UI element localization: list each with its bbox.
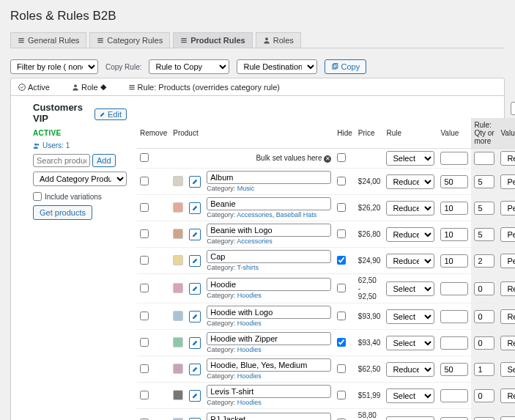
value-input[interactable] (440, 228, 468, 241)
product-name-input[interactable] (207, 224, 331, 237)
category-link[interactable]: Accessories (237, 211, 273, 218)
rule2-select[interactable]: Reduce (500, 388, 515, 403)
rule2-select[interactable]: Set fixe (500, 362, 515, 377)
rule2-select[interactable]: Reduce (500, 309, 515, 324)
remove-checkbox[interactable] (140, 203, 149, 212)
edit-product-button[interactable] (189, 283, 201, 295)
qty-input[interactable] (474, 282, 494, 295)
edit-product-button[interactable] (189, 311, 201, 323)
users-link[interactable]: Users: 1 (33, 141, 127, 150)
edit-button[interactable]: Edit (95, 108, 127, 120)
hide-checkbox[interactable] (337, 256, 346, 265)
product-name-input[interactable] (207, 250, 331, 263)
remove-checkbox[interactable] (140, 177, 149, 185)
rule2-select[interactable]: Percen (500, 174, 515, 189)
product-name-input[interactable] (207, 278, 331, 291)
rule-select[interactable]: Reduce by p (386, 362, 434, 377)
bulk-rule-select[interactable]: Select (386, 151, 434, 166)
rule-select[interactable]: Reduce by p (386, 254, 434, 268)
bulk-remove-checkbox[interactable] (140, 153, 149, 162)
value-input[interactable] (440, 175, 468, 188)
product-name-input[interactable] (207, 385, 331, 398)
edit-product-button[interactable] (189, 418, 201, 421)
rule2-select[interactable]: Reduce (500, 416, 515, 421)
add-category-products-select[interactable]: Add Category Products (33, 172, 127, 186)
rule-select[interactable]: Select (386, 281, 434, 296)
copy-button[interactable]: Copy (325, 59, 366, 74)
bulk-rule2-select[interactable]: Reduce (500, 151, 515, 166)
category-link[interactable]: T-shirts (237, 264, 259, 271)
rule2-select[interactable]: Reduce (500, 336, 515, 350)
rule2-select[interactable]: Percen (500, 201, 515, 215)
hide-checkbox[interactable] (337, 284, 346, 292)
hide-checkbox[interactable] (337, 338, 346, 347)
bulk-hide-checkbox[interactable] (337, 153, 346, 162)
qty-input[interactable] (474, 389, 494, 402)
edit-product-button[interactable] (189, 255, 201, 267)
product-name-input[interactable] (207, 197, 331, 210)
rule-select[interactable]: Select (386, 309, 434, 324)
rule2-select[interactable]: Percen (500, 254, 515, 268)
product-name-input[interactable] (207, 332, 331, 345)
role-filter-select[interactable]: Filter by role ( none ) (10, 59, 98, 74)
remove-checkbox[interactable] (140, 312, 149, 320)
remove-checkbox[interactable] (140, 338, 149, 347)
value-input[interactable] (440, 310, 468, 323)
edit-product-button[interactable] (189, 364, 201, 375)
rule-select[interactable]: Reduce by p (386, 174, 434, 189)
tab-general[interactable]: General Rules (10, 32, 86, 48)
edit-product-button[interactable] (189, 337, 201, 349)
rule-select[interactable]: Reduce by p (386, 227, 434, 242)
remove-checkbox[interactable] (140, 364, 149, 373)
bulk-value-input[interactable] (440, 152, 468, 165)
value-input[interactable] (440, 363, 468, 376)
col-active[interactable]: Active (18, 83, 50, 92)
hide-checkbox[interactable] (337, 177, 346, 185)
qty-input[interactable] (474, 228, 494, 241)
value-input[interactable] (440, 389, 468, 402)
product-name-input[interactable] (207, 306, 331, 319)
tab-product[interactable]: Product Rules (173, 32, 253, 48)
category-link[interactable]: Hoodies (237, 292, 262, 299)
qty-input[interactable] (474, 363, 494, 376)
include-variations-checkbox[interactable] (33, 192, 42, 201)
qty-input[interactable] (474, 417, 494, 421)
remove-checkbox[interactable] (140, 391, 149, 399)
value-input[interactable] (440, 417, 468, 421)
remove-checkbox[interactable] (140, 229, 149, 238)
rule-select[interactable]: Reduce by p (386, 201, 434, 215)
value-input[interactable] (440, 202, 468, 215)
hide-checkbox[interactable] (337, 312, 346, 320)
hide-checkbox[interactable] (337, 203, 346, 212)
col-role[interactable]: Role ◆ (72, 82, 106, 92)
hide-checkbox[interactable] (337, 229, 346, 238)
qty-input[interactable] (474, 175, 494, 188)
category-link[interactable]: Hoodies (237, 320, 262, 327)
value-input[interactable] (440, 254, 468, 268)
rule2-select[interactable]: Reduce (500, 281, 515, 296)
category-link[interactable]: Hoodies (237, 399, 262, 406)
add-button[interactable]: Add (92, 154, 116, 167)
edit-product-button[interactable] (189, 176, 201, 188)
product-name-input[interactable] (207, 171, 331, 184)
hide-checkbox[interactable] (337, 364, 346, 373)
product-name-input[interactable] (207, 358, 331, 372)
value-input[interactable] (440, 282, 468, 295)
tab-roles[interactable]: Roles (256, 32, 301, 48)
get-products-button[interactable]: Get products (33, 205, 92, 220)
qty-input[interactable] (474, 336, 494, 350)
qty-input[interactable] (474, 310, 494, 323)
hide-checkbox[interactable] (337, 391, 346, 399)
bulk-qty-input[interactable] (474, 152, 494, 165)
search-product-input[interactable] (33, 154, 90, 167)
category-link[interactable]: Music (237, 185, 255, 192)
edit-product-button[interactable] (189, 202, 201, 214)
tab-category[interactable]: Category Rules (89, 32, 170, 48)
category-link[interactable]: Hoodies (237, 372, 262, 380)
rule-select[interactable]: Select (386, 416, 434, 421)
value-input[interactable] (440, 336, 468, 350)
rule-to-copy-select[interactable]: Rule to Copy (149, 59, 229, 74)
qty-input[interactable] (474, 254, 494, 268)
category-link[interactable]: Accessories (237, 237, 273, 245)
remove-checkbox[interactable] (140, 284, 149, 292)
